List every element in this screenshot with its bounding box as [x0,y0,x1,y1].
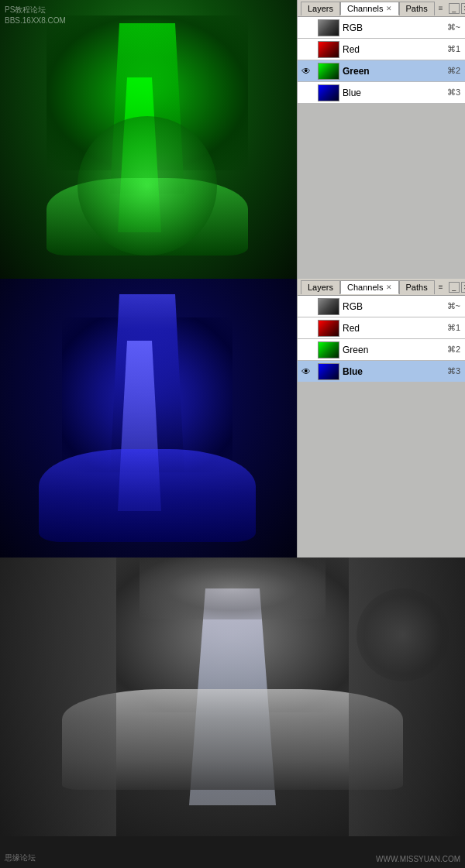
channels-area-2: RGB ⌘~ Red ⌘1 Green ⌘2 [298,296,465,383]
tab-channels-1[interactable]: Channels ✕ [340,2,398,15]
tab-paths-1[interactable]: Paths [399,2,435,15]
panel-tabs-2: Layers Channels ✕ Paths [301,280,435,294]
thumb-rgb-1 [318,19,339,36]
panel-titlebar-1: Layers Channels ✕ Paths ≡ _ ✕ [298,0,465,17]
channel-name-rgb-1: RGB [343,22,447,33]
channel-row-green-2[interactable]: Green ⌘2 [298,339,465,361]
watermark-bottom-right: WWW.MISSYUAN.COM [376,855,460,863]
thumb-green-1 [318,63,339,80]
channel-name-red-1: Red [343,44,447,55]
channel-row-green-1[interactable]: 👁 Green ⌘2 [298,60,465,82]
blue-sofa [39,449,256,542]
panel-close-2[interactable]: ✕ [461,282,465,293]
shortcut-blue-1: ⌘3 [447,87,460,98]
final-right-wall [349,558,465,836]
channel-name-green-1: Green [343,66,447,77]
blue-canvas [0,279,297,558]
channels-area-1: RGB ⌘~ Red ⌘1 👁 Green ⌘2 [298,17,465,104]
channel-name-green-2: Green [343,345,447,355]
eye-blue-1[interactable] [298,82,315,104]
tab-close-1[interactable]: ✕ [386,5,392,12]
panel-menu-btn-1[interactable]: ≡ [435,2,447,15]
tab-layers-1[interactable]: Layers [301,2,340,15]
panel-titlebar-2: Layers Channels ✕ Paths ≡ _ ✕ [298,279,465,296]
panel-minimize-2[interactable]: _ [449,282,460,293]
eye-rgb-1[interactable] [298,17,315,39]
channel-name-red-2: Red [343,323,447,334]
panel-blue: Layers Channels ✕ Paths ≡ _ ✕ [297,279,465,558]
panel-green: Layers Channels ✕ Paths ≡ _ ✕ [297,0,465,279]
channel-row-red-2[interactable]: Red ⌘1 [298,317,465,339]
shortcut-green-1: ⌘2 [447,66,460,76]
channel-name-rgb-2: RGB [343,301,447,312]
channel-row-blue-2[interactable]: 👁 Blue ⌘3 [298,361,465,383]
channel-name-blue-2: Blue [343,366,447,377]
final-section: 思缘论坛 WWW.MISSYUAN.COM [0,558,465,868]
panel-gray-area-2 [298,383,465,558]
watermark-top: PS教程论坛 BBS.16XX8.COM [5,5,66,26]
thumb-rgb-2 [318,298,339,315]
green-channel-section: PS教程论坛 BBS.16XX8.COM Layers Channels ✕ P… [0,0,465,279]
panel-tabs-1: Layers Channels ✕ Paths [301,2,435,15]
thumb-blue-1 [318,84,339,101]
blue-channel-section: Layers Channels ✕ Paths ≡ _ ✕ [0,279,465,558]
final-ceiling-light [140,558,326,619]
tab-close-2[interactable]: ✕ [386,283,392,291]
thumb-green-2 [318,341,339,359]
tab-layers-2[interactable]: Layers [301,280,340,294]
tab-paths-2[interactable]: Paths [399,280,435,294]
panel-body-1: RGB ⌘~ Red ⌘1 👁 Green ⌘2 [298,17,465,279]
panel-menu-btn-2[interactable]: ≡ [435,281,447,293]
panel-close-1[interactable]: ✕ [461,3,465,14]
channel-name-blue-1: Blue [343,87,447,98]
tab-channels-2[interactable]: Channels ✕ [340,280,398,294]
panel-gray-area-1 [298,104,465,279]
green-sofa [46,178,248,256]
eye-red-1[interactable] [298,39,315,60]
thumb-red-2 [318,320,339,337]
shortcut-red-2: ⌘1 [447,323,460,333]
final-canvas [0,558,465,836]
eye-green-1[interactable]: 👁 [298,60,315,82]
channel-row-red-1[interactable]: Red ⌘1 [298,39,465,60]
channel-row-rgb-2[interactable]: RGB ⌘~ [298,296,465,317]
panel-minimize-1[interactable]: _ [449,3,460,14]
thumb-blue-2 [318,363,339,380]
green-canvas [0,0,297,279]
eye-rgb-2[interactable] [298,296,315,317]
eye-blue-2[interactable]: 👁 [298,361,315,383]
shortcut-rgb-2: ⌘~ [447,301,460,311]
eye-red-2[interactable] [298,317,315,339]
watermark-bottom: 思缘论坛 [5,853,36,863]
channel-row-blue-1[interactable]: Blue ⌘3 [298,82,465,104]
shortcut-rgb-1: ⌘~ [447,22,460,33]
shortcut-green-2: ⌘2 [447,345,460,355]
thumb-red-1 [318,41,339,58]
final-left-wall [0,558,116,836]
channel-row-rgb-1[interactable]: RGB ⌘~ [298,17,465,39]
shortcut-blue-2: ⌘3 [447,366,460,376]
shortcut-red-1: ⌘1 [447,44,460,54]
panel-body-2: RGB ⌘~ Red ⌘1 Green ⌘2 [298,296,465,558]
eye-green-2[interactable] [298,339,315,361]
